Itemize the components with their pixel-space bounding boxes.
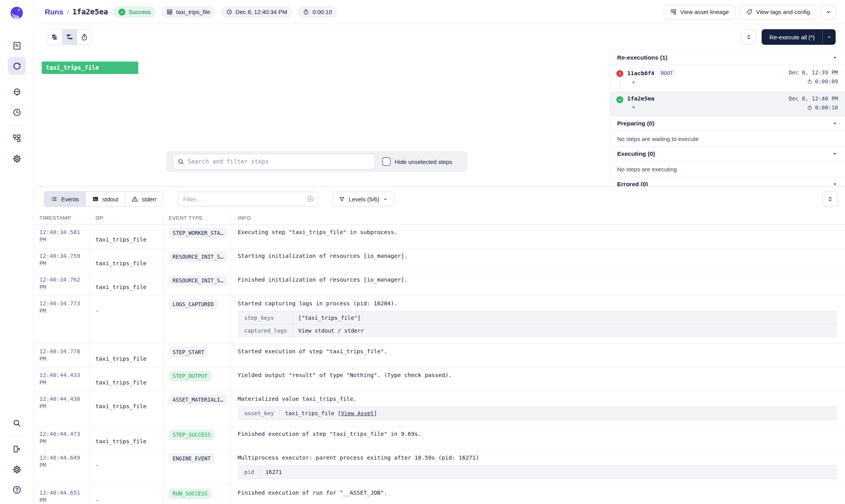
page-title: Runs / 1fa2e5ea: [45, 7, 108, 16]
timestamp-cell[interactable]: 12:40:34.773PM: [34, 296, 90, 344]
event-row: 12:40:34.759PMtaxi_trips_fileRESOURCE_IN…: [34, 248, 845, 272]
sidebar-settings[interactable]: [8, 460, 26, 478]
levels-dropdown[interactable]: Levels (5/6): [332, 192, 394, 206]
timestamp-cell[interactable]: 12:40:34.581PM: [34, 225, 90, 248]
view-asset-lineage-button[interactable]: View asset lineage: [664, 5, 735, 19]
events-table-header: TIMESTAMP OP EVENT TYPE INFO: [34, 211, 845, 225]
col-info: INFO: [231, 215, 845, 221]
event-time: 12:40:44.433: [39, 372, 85, 379]
timestamp-cell[interactable]: 12:40:34.778PM: [34, 344, 90, 367]
run-row-current[interactable]: 1fa2e5ea * Dec 8, 12:40 PM 0:00:10: [610, 91, 845, 116]
view-tags-config-label: View tags and config: [756, 9, 810, 15]
run-id-link[interactable]: 1fa2e5ea: [627, 95, 654, 102]
hide-unselected-label: Hide unselected steps: [395, 159, 452, 165]
timestamp-cell[interactable]: 12:40:34.762PM: [34, 272, 90, 296]
timestamp-cell[interactable]: 12:40:44.649PM: [34, 450, 90, 485]
event-message: Finished execution of step "taxi_trips_f…: [238, 430, 838, 438]
tab-stdout[interactable]: stdout: [85, 192, 125, 206]
expand-events-button[interactable]: [822, 191, 838, 207]
run-id-link[interactable]: 11acb0f4: [627, 70, 654, 76]
tab-label: stdout: [102, 196, 118, 203]
section-reexecutions[interactable]: Re-executions (1): [610, 50, 845, 65]
timed-view-button[interactable]: [77, 30, 92, 44]
expand-gantt-button[interactable]: [741, 29, 757, 45]
event-ampm: PM: [39, 497, 85, 504]
sidebar-item-lineage[interactable]: [8, 129, 26, 147]
sidebar-help[interactable]: [8, 481, 26, 499]
sidebar-item-assets[interactable]: [8, 37, 26, 55]
log-filter-input[interactable]: [177, 192, 318, 206]
tab-events[interactable]: Events: [44, 192, 85, 206]
reexecute-all-button[interactable]: Re-execute all (*): [762, 29, 822, 45]
section-executing[interactable]: Executing (0): [610, 146, 845, 161]
tab-label: stderr: [142, 196, 157, 203]
section-errored[interactable]: Errored (0): [610, 177, 845, 186]
breadcrumb-runs-link[interactable]: Runs: [45, 8, 64, 16]
timestamp-cell[interactable]: 12:40:34.759PM: [34, 248, 90, 272]
gantt-step-bar[interactable]: taxi_trips_file: [42, 62, 138, 74]
help-icon: [12, 485, 22, 495]
sidebar-item-automation[interactable]: [8, 83, 26, 101]
console-icon: [92, 196, 99, 203]
section-title: Executing (0): [617, 150, 655, 157]
datetime-label: Dec 8, 12:40:34 PM: [236, 9, 288, 15]
event-time: 12:40:44.473: [39, 430, 85, 438]
sidebar-search[interactable]: [8, 414, 26, 432]
view-tags-config-button[interactable]: View tags and config: [740, 5, 816, 19]
timestamp-cell[interactable]: 12:40:44.651PM: [34, 485, 90, 504]
automation-icon: [12, 87, 22, 97]
root-tag: ROOT: [658, 69, 676, 77]
event-ampm: PM: [39, 403, 85, 410]
sidebar-item-schedules[interactable]: [8, 103, 26, 121]
tab-label: Events: [61, 196, 79, 203]
meta-value: 16271: [260, 466, 836, 479]
event-meta-table: step_keys["taxi_trips_file"]captured_log…: [238, 311, 836, 337]
event-meta-table: pid16271: [238, 465, 836, 479]
assets-icon: [12, 41, 22, 51]
sidebar-item-runs[interactable]: [8, 57, 26, 75]
reexecution-list: 11acb0f4 ROOT * Dec 8, 12:39 PM 0:00:09: [610, 65, 845, 116]
gantt-filter-strip: Hide unselected steps: [166, 151, 467, 172]
event-ampm: PM: [39, 462, 85, 469]
success-status-icon: [616, 96, 623, 103]
waterfall-view-button[interactable]: [62, 30, 77, 44]
reexecute-dropdown-button[interactable]: [822, 29, 836, 45]
timestamp-cell[interactable]: 12:40:44.433PM: [34, 368, 90, 391]
op-cell: -: [90, 450, 163, 485]
timestamp-cell[interactable]: 12:40:44.438PM: [34, 391, 90, 426]
event-message: Materialized value taxi_trips_file.: [238, 395, 838, 403]
log-tabs: Events stdout stderr: [44, 191, 163, 207]
event-ampm: PM: [39, 307, 85, 315]
step-search-input[interactable]: [173, 154, 375, 169]
sidebar-item-deployment[interactable]: [8, 150, 26, 167]
event-ampm: PM: [39, 260, 85, 267]
log-filter: [177, 192, 318, 206]
sidebar-expand[interactable]: [8, 440, 26, 458]
clear-filter-icon[interactable]: [307, 195, 314, 203]
meta-text: ]: [374, 410, 377, 416]
status-label: Success: [129, 9, 151, 15]
event-type-chip: STEP_WORKER_STA…: [169, 228, 227, 238]
meta-value: View stdout / stderr: [293, 324, 836, 337]
dagster-logo[interactable]: [8, 5, 25, 22]
hide-unselected-checkbox[interactable]: [382, 157, 391, 166]
duration-chip: 0:00:10: [298, 6, 337, 18]
timestamp-cell[interactable]: 12:40:44.473PM: [34, 426, 90, 450]
search-icon: [177, 158, 184, 165]
meta-link[interactable]: View stdout / stderr: [298, 328, 364, 334]
datetime-chip: Dec 8, 12:40:34 PM: [221, 6, 293, 18]
flat-view-button[interactable]: [47, 30, 62, 44]
run-top-split: taxi_trips_file Hide unselected steps Re…: [34, 50, 845, 186]
info-cell: Finished initialization of resources [io…: [231, 272, 845, 296]
meta-link[interactable]: View Asset: [341, 410, 374, 416]
event-row: 12:40:34.762PMtaxi_trips_fileRESOURCE_IN…: [34, 272, 845, 296]
events-toolbar: Events stdout stderr Levels (5/6): [34, 187, 845, 211]
caret-down-icon: [832, 151, 838, 157]
job-chip-label: taxi_trips_file: [176, 9, 210, 15]
section-preparing[interactable]: Preparing (0): [610, 116, 845, 131]
job-chip[interactable]: taxi_trips_file: [161, 6, 215, 18]
step-search: [173, 154, 375, 169]
tab-stderr[interactable]: stderr: [125, 192, 163, 206]
header-more-button[interactable]: [821, 5, 836, 19]
run-row-root[interactable]: 11acb0f4 ROOT * Dec 8, 12:39 PM 0:00:09: [610, 65, 845, 91]
